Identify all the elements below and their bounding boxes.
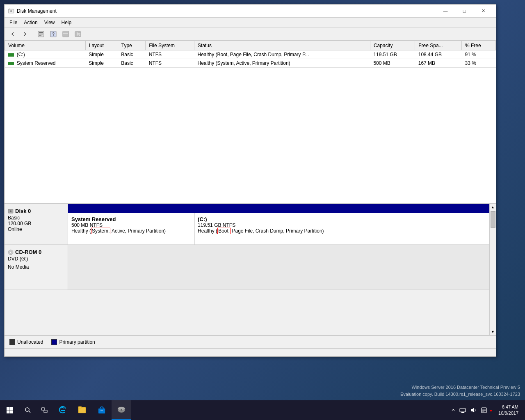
svg-rect-45 [482, 411, 484, 411]
taskbar-app-diskmgmt[interactable] [112, 400, 131, 420]
cdrom-title: CD-ROM 0 [15, 249, 41, 255]
tray-volume[interactable] [469, 400, 478, 420]
close-button[interactable]: ✕ [474, 5, 493, 18]
disk-0-content: System Reserved 500 MB NTFS Healthy (Sys… [68, 213, 489, 244]
menu-help[interactable]: Help [58, 19, 75, 26]
menu-file[interactable]: File [6, 19, 21, 26]
taskbar-app-store[interactable] [92, 400, 112, 420]
toolbar: ? [5, 27, 496, 41]
legend-primary: Primary partition [51, 339, 95, 345]
col-status[interactable]: Status [194, 41, 370, 50]
disk-map-scrollbar[interactable]: ▲ ▼ [489, 204, 496, 335]
titlebar: Disk Management — □ ✕ [5, 5, 496, 18]
table-row[interactable]: System Reserved Simple Basic NTFS Health… [5, 59, 496, 68]
table-row[interactable]: (C:) Simple Basic NTFS Healthy (Boot, Pa… [5, 50, 496, 59]
cell-layout: Simple [85, 50, 118, 59]
window-controls: — □ ✕ [436, 5, 493, 18]
svg-rect-15 [75, 32, 77, 36]
disk-label-cdrom: CD-ROM 0 DVD (G:) No Media [5, 245, 68, 290]
cell-capacity: 119.51 GB [370, 50, 415, 59]
tray-clock[interactable]: 6:47 AM 10/8/2017 [495, 404, 522, 417]
tray-network[interactable] [458, 400, 467, 420]
cdrom-status: No Media [8, 264, 64, 270]
toolbar-separator-1 [33, 30, 33, 38]
cell-status: Healthy (System, Active, Primary Partiti… [194, 59, 370, 68]
cell-free: 167 MB [415, 59, 462, 68]
tray-chevron[interactable] [450, 400, 457, 420]
svg-rect-29 [41, 408, 45, 410]
disk-management-window: Disk Management — □ ✕ File Action View H… [4, 4, 496, 357]
col-type[interactable]: Type [118, 41, 146, 50]
cell-type: Basic [118, 50, 146, 59]
col-percent[interactable]: % Free [461, 41, 495, 50]
taskbar-apps [52, 400, 447, 420]
table-header-row: Volume Layout Type File System Status Ca… [5, 41, 496, 50]
taskbar-app-explorer[interactable] [72, 400, 92, 420]
partition-sr-size: 500 MB NTFS [71, 222, 191, 228]
svg-rect-43 [482, 409, 486, 409]
scroll-down-arrow[interactable]: ▼ [490, 329, 496, 335]
disk-row-cdrom: CD-ROM 0 DVD (G:) No Media [5, 245, 489, 290]
tray-expand-icon [451, 408, 455, 412]
scroll-up-arrow[interactable]: ▲ [490, 204, 496, 210]
task-view-button[interactable] [36, 400, 52, 420]
col-volume[interactable]: Volume [5, 41, 86, 50]
svg-rect-3 [9, 9, 10, 9]
volume-table-area[interactable]: Volume Layout Type File System Status Ca… [5, 41, 496, 204]
col-free[interactable]: Free Spa... [415, 41, 462, 50]
disk-icon [8, 208, 14, 214]
disk-map[interactable]: Disk 0 Basic 120.00 GB Online System Res… [5, 204, 489, 335]
back-button[interactable] [7, 29, 18, 39]
main-content: Volume Layout Type File System Status Ca… [5, 41, 496, 356]
cdrom-icon [8, 249, 14, 255]
legend-unallocated: Unallocated [9, 339, 43, 345]
svg-rect-23 [7, 407, 10, 410]
file-explorer-icon [78, 405, 87, 414]
partition-c-size: 119.51 GB NTFS [198, 222, 486, 228]
col-capacity[interactable]: Capacity [370, 41, 415, 50]
partition-c-title: (C:) [198, 216, 486, 222]
help-button[interactable]: ? [48, 29, 59, 39]
svg-rect-44 [482, 410, 486, 411]
taskbar-app-edge[interactable] [52, 400, 72, 420]
volume-table: Volume Layout Type File System Status Ca… [5, 41, 496, 68]
minimize-button[interactable]: — [436, 5, 455, 18]
partition-system-reserved[interactable]: System Reserved 500 MB NTFS Healthy (Sys… [68, 213, 194, 244]
partition-sr-title: System Reserved [71, 216, 191, 222]
menu-action[interactable]: Action [21, 19, 41, 26]
svg-line-28 [29, 411, 30, 413]
svg-point-22 [10, 251, 11, 253]
forward-button[interactable] [19, 29, 31, 39]
col-filesystem[interactable]: File System [146, 41, 194, 50]
partition-sr-highlight: System, [91, 228, 110, 234]
col-layout[interactable]: Layout [85, 41, 118, 50]
taskview-icon [41, 407, 48, 413]
store-icon [97, 405, 106, 414]
list-button[interactable] [60, 29, 71, 39]
search-icon [25, 407, 31, 413]
svg-rect-7 [39, 35, 41, 36]
cdrom-type: DVD (G:) [8, 256, 64, 262]
legend: Unallocated Primary partition [5, 335, 496, 348]
start-button[interactable] [0, 400, 20, 420]
menu-view[interactable]: View [41, 19, 58, 26]
disk-row-0: Disk 0 Basic 120.00 GB Online System Res… [5, 204, 489, 245]
tray-action-center[interactable] [479, 400, 488, 420]
maximize-button[interactable]: □ [455, 5, 474, 18]
svg-rect-25 [7, 411, 10, 414]
disk-0-status: Online [8, 226, 64, 232]
detail-button[interactable] [72, 29, 84, 39]
system-tray: ● 6:47 AM 10/8/2017 [447, 400, 525, 420]
legend-primary-box [51, 339, 57, 345]
svg-point-20 [10, 210, 11, 212]
partition-c[interactable]: (C:) 119.51 GB NTFS Healthy (Boot, Page … [194, 213, 489, 244]
scroll-thumb[interactable] [491, 211, 495, 228]
volume-icon [8, 53, 14, 57]
svg-rect-34 [100, 410, 103, 411]
search-button[interactable] [20, 400, 36, 420]
svg-point-2 [10, 10, 12, 12]
legend-primary-label: Primary partition [59, 339, 95, 345]
svg-rect-40 [461, 413, 465, 413]
svg-rect-13 [63, 35, 68, 37]
properties-button[interactable] [35, 29, 47, 39]
